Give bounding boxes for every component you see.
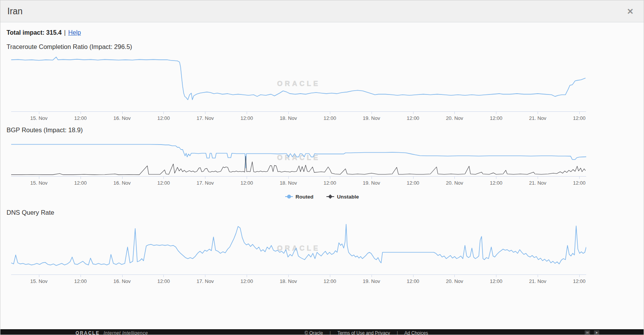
traceroute-chart-title: Traceroute Completion Ratio (Impact: 296… [7,43,637,51]
x-axis-tick-label: 20. Nov [446,115,463,121]
total-impact-value: 315.4 [46,29,62,36]
x-axis-tick-label: 16. Nov [113,278,131,284]
x-axis-tick-label: 21. Nov [529,278,546,284]
x-axis-tick-label: 21. Nov [529,115,546,121]
x-axis-tick-label: 20. Nov [446,278,463,284]
x-axis-tickmark [163,177,164,179]
x-axis-tick-label: 12:00 [407,278,419,284]
x-axis-tickmark [579,112,580,114]
bgp-legend: Routed Unstable [7,193,637,200]
x-axis-tickmark [247,112,247,114]
x-axis-tick-label: 12:00 [490,278,503,284]
x-axis-tickmark [81,275,81,277]
x-axis-tick-label: 19. Nov [363,278,380,284]
x-axis-tickmark [81,112,81,114]
x-axis-tickmark [39,275,39,277]
x-axis-tick-label: 17. Nov [197,115,214,121]
x-axis-tickmark [454,177,455,179]
x-axis-tickmark [579,177,580,179]
x-axis-tick-label: 12:00 [407,180,419,186]
x-axis-tick-label: 12:00 [240,115,253,121]
x-axis-tick-label: 18. Nov [280,115,297,121]
modal-title: Iran [7,6,23,17]
x-axis-tickmark [122,275,123,277]
x-axis-tickmark [330,275,330,277]
footer-copyright: © Oracle [304,330,323,335]
total-impact-label: Total impact: [7,29,44,36]
oracle-logo: ORACLEInternet Intelligence [76,330,148,335]
x-axis-tickmark [454,112,455,114]
bgp-chart: ORACLE [11,139,586,177]
bgp-chart-plot[interactable]: ORACLE [11,139,586,177]
x-axis-tick-label: 15. Nov [30,115,47,121]
impact-separator: | [63,29,66,36]
mail-icon[interactable]: ✉ [585,330,590,335]
legend-item-routed[interactable]: Routed [285,194,314,200]
x-axis-tickmark [372,177,372,179]
x-axis-tickmark [247,177,247,179]
x-axis-tick-label: 21. Nov [529,180,546,186]
x-axis-tick-label: 15. Nov [30,180,47,186]
footer-legal: © Oracle | Terms of Use and Privacy | Ad… [304,330,428,335]
routed-circle-icon [285,194,293,199]
x-axis-tickmark [538,177,538,179]
traceroute-chart-plot[interactable]: ORACLE [11,56,586,112]
legend-label-routed: Routed [296,194,314,200]
bgp-x-axis: 15. Nov12:0016. Nov12:0017. Nov12:0018. … [11,177,586,188]
x-axis-tickmark [163,275,164,277]
footer-link-adchoices[interactable]: Ad Choices [404,330,428,335]
modal-header: Iran ✕ [0,0,644,22]
x-axis-tick-label: 12:00 [573,180,586,186]
x-axis-tickmark [122,112,123,114]
x-axis-tickmark [39,177,39,179]
x-axis-tick-label: 12:00 [407,115,419,121]
x-axis-tick-label: 12:00 [74,115,87,121]
x-axis-tickmark [538,112,538,114]
help-link[interactable]: Help [68,29,81,36]
x-axis-tick-label: 12:00 [157,278,170,284]
x-axis-tick-label: 16. Nov [113,115,131,121]
x-axis-tickmark [496,112,496,114]
x-axis-tick-label: 16. Nov [113,180,131,186]
country-detail-modal: Iran ✕ Total impact: 315.4 | Help Tracer… [0,0,644,335]
footer-link-terms[interactable]: Terms of Use and Privacy [337,330,390,335]
x-axis-tick-label: 12:00 [157,115,170,121]
total-impact-line: Total impact: 315.4 | Help [7,29,637,36]
x-axis-tick-label: 15. Nov [30,278,47,284]
traceroute-chart: ORACLE [11,56,586,112]
x-axis-tickmark [330,112,330,114]
x-axis-tick-label: 12:00 [324,115,336,121]
x-axis-tickmark [288,177,289,179]
x-axis-tickmark [288,275,289,277]
x-axis-tickmark [413,275,414,277]
close-icon[interactable]: ✕ [624,6,637,17]
footer-bar: ORACLEInternet Intelligence © Oracle | T… [0,329,644,335]
x-axis-tickmark [81,177,81,179]
x-axis-tick-label: 18. Nov [280,180,297,186]
share-icon[interactable]: ➤ [594,330,599,335]
x-axis-tick-label: 12:00 [490,180,503,186]
footer-icons: ✉ ➤ [585,330,599,335]
x-axis-tick-label: 12:00 [240,278,253,284]
x-axis-tickmark [247,275,247,277]
legend-label-unstable: Unstable [337,194,359,200]
footer-brand-suffix: Internet Intelligence [104,330,148,335]
x-axis-tick-label: 12:00 [157,180,170,186]
x-axis-tick-label: 12:00 [240,180,253,186]
dns-x-axis: 15. Nov12:0016. Nov12:0017. Nov12:0018. … [11,275,586,286]
x-axis-tickmark [372,112,372,114]
x-axis-tickmark [496,275,496,277]
x-axis-tick-label: 12:00 [74,278,87,284]
traceroute-x-axis: 15. Nov12:0016. Nov12:0017. Nov12:0018. … [11,112,586,123]
bgp-chart-title: BGP Routes (Impact: 18.9) [7,126,637,134]
x-axis-tick-label: 12:00 [490,115,503,121]
x-axis-tick-label: 12:00 [324,180,336,186]
legend-item-unstable[interactable]: Unstable [326,194,359,200]
x-axis-tickmark [288,112,289,114]
dns-chart-plot[interactable]: ORACLE [11,222,586,275]
x-axis-tickmark [538,275,538,277]
x-axis-tick-label: 19. Nov [363,180,380,186]
x-axis-tickmark [454,275,455,277]
x-axis-tickmark [39,112,39,114]
dns-chart-title: DNS Query Rate [7,209,637,216]
